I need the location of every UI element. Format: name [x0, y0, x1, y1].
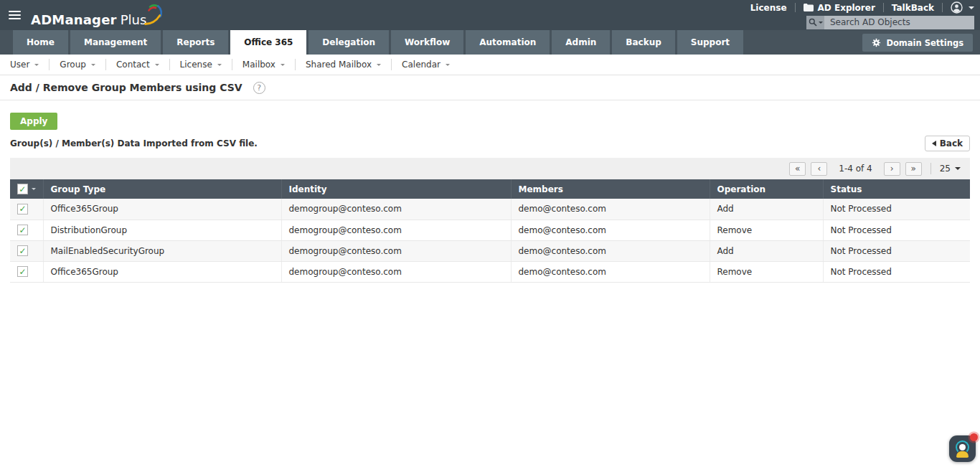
checkmark-icon: ✓	[19, 185, 26, 194]
row-checkbox[interactable]: ✓	[17, 245, 28, 256]
tab-office-365[interactable]: Office 365	[230, 30, 306, 55]
row-select-cell: ✓	[10, 220, 43, 240]
cell-group-type: Office365Group	[43, 199, 281, 220]
table-row: ✓Office365Groupdemogroup@conteso.comdemo…	[10, 199, 970, 220]
search-icon	[809, 18, 817, 27]
chevron-down-icon	[446, 64, 450, 66]
page-size-dropdown[interactable]: 25	[940, 164, 963, 174]
table-row: ✓DistributionGroupdemogroup@conteso.comd…	[10, 220, 970, 240]
brand-text-secondary: Plus	[121, 12, 147, 27]
checkmark-icon: ✓	[19, 247, 26, 255]
search-box	[806, 16, 974, 29]
chevron-down-icon	[155, 64, 159, 66]
cell-members: demo@conteso.com	[511, 220, 710, 240]
hamburger-menu-icon[interactable]	[7, 8, 22, 22]
office365-submenu: UserGroupContactLicenseMailboxShared Mai…	[0, 55, 980, 75]
tab-management[interactable]: Management	[70, 30, 161, 55]
chevron-down-icon	[217, 64, 222, 66]
tab-home[interactable]: Home	[13, 30, 68, 55]
column-header-members[interactable]: Members	[511, 179, 710, 199]
section-row: Group(s) / Member(s) Data Imported from …	[10, 135, 970, 152]
cell-identity: demogroup@conteso.com	[281, 261, 511, 282]
cell-status: Not Processed	[823, 261, 970, 282]
row-checkbox[interactable]: ✓	[17, 225, 28, 235]
checkbox-dropdown-caret-icon[interactable]	[32, 188, 36, 190]
divider	[795, 3, 796, 12]
content-area: Apply Group(s) / Member(s) Data Imported…	[0, 100, 980, 283]
checkmark-icon: ✓	[19, 268, 26, 276]
talkback-link[interactable]: TalkBack	[892, 3, 934, 13]
tab-reports[interactable]: Reports	[163, 30, 228, 55]
header-left: ADManager Plus	[7, 3, 162, 27]
submenu-item-shared-mailbox[interactable]: Shared Mailbox	[296, 59, 392, 70]
top-links: License AD Explorer TalkBack	[750, 2, 974, 14]
apply-button[interactable]: Apply	[10, 113, 57, 130]
license-link[interactable]: License	[750, 3, 787, 13]
submenu-label: License	[180, 60, 212, 70]
gear-icon	[872, 38, 881, 47]
chevron-down-icon	[34, 64, 39, 66]
table-row: ✓Office365Groupdemogroup@conteso.comdemo…	[10, 261, 970, 282]
ad-explorer-link[interactable]: AD Explorer	[804, 3, 875, 13]
search-scope-button[interactable]	[806, 16, 824, 29]
submenu-item-contact[interactable]: Contact	[106, 59, 170, 70]
user-icon	[951, 1, 963, 14]
row-checkbox[interactable]: ✓	[17, 266, 28, 277]
app-logo[interactable]: ADManager Plus	[31, 3, 162, 27]
logo-swoosh-icon	[143, 3, 162, 26]
cell-status: Not Processed	[823, 220, 970, 240]
cell-group-type: MailEnabledSecurityGroup	[43, 240, 281, 261]
cell-identity: demogroup@conteso.com	[281, 199, 511, 220]
cell-identity: demogroup@conteso.com	[281, 220, 511, 240]
submenu-item-license[interactable]: License	[170, 59, 232, 70]
domain-settings-button[interactable]: Domain Settings	[862, 34, 973, 52]
cell-operation: Remove	[710, 261, 823, 282]
person-head-icon	[959, 444, 966, 451]
next-page-button[interactable]: ›	[884, 162, 900, 176]
cell-operation: Add	[710, 240, 823, 261]
row-checkbox[interactable]: ✓	[17, 204, 28, 214]
page-size-value: 25	[940, 164, 951, 174]
chat-widget[interactable]	[949, 435, 976, 462]
submenu-item-group[interactable]: Group	[50, 59, 106, 70]
divider	[942, 3, 943, 12]
submenu-label: Contact	[116, 60, 150, 70]
submenu-label: Shared Mailbox	[306, 60, 372, 70]
submenu-label: Group	[60, 60, 86, 70]
chevron-down-icon	[955, 167, 961, 170]
search-input[interactable]	[824, 16, 974, 29]
submenu-item-mailbox[interactable]: Mailbox	[232, 59, 296, 70]
main-nav: HomeManagementReportsOffice 365Delegatio…	[0, 30, 980, 55]
column-header-identity[interactable]: Identity	[281, 179, 511, 199]
person-body-icon	[956, 451, 969, 458]
column-header-group-type[interactable]: Group Type	[43, 179, 281, 199]
last-page-button[interactable]: »	[905, 162, 922, 176]
tab-delegation[interactable]: Delegation	[308, 30, 389, 55]
user-menu[interactable]	[951, 1, 974, 14]
tab-workflow[interactable]: Workflow	[391, 30, 463, 55]
help-icon[interactable]: ?	[253, 82, 265, 94]
table-row: ✓MailEnabledSecurityGroupdemogroup@conte…	[10, 240, 970, 261]
cell-group-type: Office365Group	[43, 261, 281, 282]
cell-members: demo@conteso.com	[511, 261, 710, 282]
chevron-down-icon	[377, 64, 381, 66]
cell-identity: demogroup@conteso.com	[281, 240, 511, 261]
back-button[interactable]: Back	[925, 136, 970, 151]
prev-page-button[interactable]: ‹	[811, 162, 827, 176]
cell-members: demo@conteso.com	[511, 240, 710, 261]
submenu-item-user[interactable]: User	[10, 59, 50, 70]
nav-tabs: HomeManagementReportsOffice 365Delegatio…	[13, 30, 745, 55]
tab-admin[interactable]: Admin	[552, 30, 610, 55]
column-header-status[interactable]: Status	[823, 179, 970, 199]
select-all-checkbox[interactable]: ✓	[17, 184, 28, 194]
checkmark-icon: ✓	[19, 226, 26, 235]
first-page-button[interactable]: «	[789, 162, 806, 176]
tab-automation[interactable]: Automation	[466, 30, 550, 55]
checkmark-icon: ✓	[19, 204, 26, 213]
chevron-down-icon	[91, 64, 95, 66]
tab-backup[interactable]: Backup	[612, 30, 674, 55]
tab-support[interactable]: Support	[677, 30, 743, 55]
page-title: Add / Remove Group Members using CSV	[10, 82, 242, 93]
submenu-item-calendar[interactable]: Calendar	[392, 59, 460, 70]
column-header-operation[interactable]: Operation	[710, 179, 823, 199]
